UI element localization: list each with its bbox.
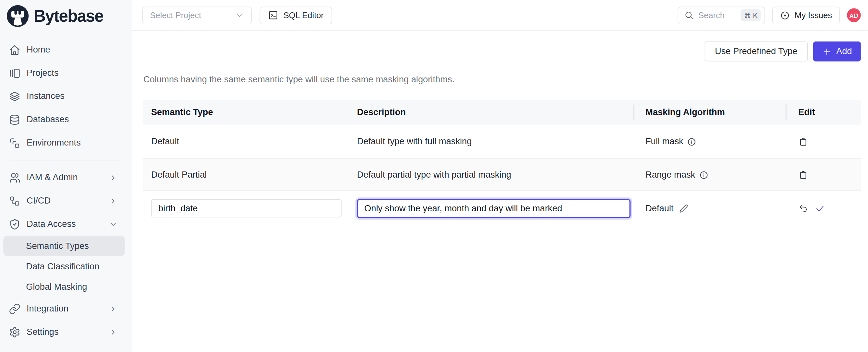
delete-button[interactable] (798, 136, 808, 147)
semantic-type-cell: Default (143, 136, 349, 147)
project-select-placeholder: Select Project (150, 10, 201, 20)
sidebar-item-label: CI/CD (27, 196, 51, 206)
sidebar-item-label: Projects (27, 68, 59, 78)
bytebase-logo[interactable]: Bytebase (0, 0, 132, 32)
masking-algorithm-label: Full mask (646, 136, 683, 147)
description-cell: Default partial type with partial maskin… (349, 169, 634, 180)
check-icon (815, 203, 825, 213)
sidebar-item-cicd[interactable]: CI/CD (3, 189, 125, 213)
undo-icon (798, 203, 808, 213)
users-icon (9, 172, 21, 184)
semantic-types-page: Use Predefined Type Add Columns having t… (132, 31, 868, 352)
layers-icon (9, 90, 21, 102)
sidebar-item-label: Databases (27, 115, 69, 125)
sidebar-item-data-classification[interactable]: Data Classification (3, 256, 125, 277)
semantic-type-input[interactable] (151, 199, 342, 217)
description-cell (349, 199, 634, 218)
search-input[interactable]: Search ⌘ K (678, 6, 766, 24)
chevron-right-icon (108, 304, 118, 313)
bytebase-app: Bytebase Home Projects Instances Databas… (0, 0, 868, 352)
sidebar-item-home[interactable]: Home (3, 38, 125, 62)
chevron-right-icon (108, 196, 118, 205)
use-predefined-type-button[interactable]: Use Predefined Type (705, 41, 807, 61)
topbar-right: Search ⌘ K My Issues AD (678, 6, 861, 24)
gear-icon (9, 326, 21, 338)
description-cell: Default type with full masking (349, 136, 634, 147)
page-description: Columns having the same semantic type wi… (143, 74, 861, 85)
sidebar-item-global-masking[interactable]: Global Masking (3, 277, 125, 297)
search-icon (684, 10, 694, 20)
plus-icon (822, 47, 831, 56)
trash-icon (798, 169, 808, 180)
sidebar-item-label: Instances (27, 91, 65, 101)
masking-algorithm-cell: Full mask (634, 136, 786, 147)
column-header-semantic-type: Semantic Type (143, 100, 349, 124)
sidebar-item-label: Environments (27, 138, 81, 148)
trash-icon (798, 136, 808, 147)
target-icon (780, 10, 790, 21)
my-issues-label: My Issues (795, 10, 832, 20)
topbar: Select Project SQL Editor Search ⌘ K My … (132, 0, 868, 31)
sidebar-item-label: IAM & Admin (27, 172, 78, 183)
sidebar-item-label: Settings (27, 327, 59, 337)
edit-cell (786, 169, 861, 180)
masking-algorithm-label: Range mask (646, 169, 695, 180)
table-row: Default Partial Default partial type wit… (143, 159, 861, 191)
sql-editor-label: SQL Editor (283, 10, 324, 20)
semantic-type-cell: Default Partial (143, 169, 349, 180)
sidebar-item-label: Home (27, 45, 50, 55)
sidebar-nav: Home Projects Instances Databases Enviro… (0, 32, 132, 344)
database-icon (9, 114, 21, 125)
avatar[interactable]: AD (847, 8, 861, 22)
chevron-down-icon (108, 219, 118, 229)
edit-cell (786, 136, 861, 147)
sql-editor-button[interactable]: SQL Editor (259, 6, 332, 24)
edit-algorithm-button[interactable] (679, 204, 688, 213)
sidebar-item-projects[interactable]: Projects (3, 61, 125, 85)
column-header-masking-algorithm: Masking Algorithm (634, 100, 786, 124)
confirm-button[interactable] (815, 203, 825, 213)
sidebar-item-databases[interactable]: Databases (3, 108, 125, 131)
semantic-type-cell (143, 199, 349, 217)
chevron-right-icon (108, 173, 118, 182)
table-header-row: Semantic Type Description Masking Algori… (143, 100, 861, 125)
column-header-description: Description (349, 100, 634, 124)
add-button-label: Add (836, 46, 852, 56)
workflow-icon (9, 137, 21, 149)
undo-button[interactable] (798, 203, 808, 213)
sidebar-item-data-access[interactable]: Data Access (3, 212, 125, 236)
masking-algorithm-cell: Default (634, 203, 786, 213)
sidebar-item-environments[interactable]: Environments (3, 131, 125, 154)
pencil-icon (679, 204, 688, 213)
description-input[interactable] (357, 199, 630, 218)
app-title: Bytebase (34, 6, 103, 25)
sidebar-divider (9, 160, 119, 160)
home-icon (9, 44, 21, 56)
sidebar-item-settings[interactable]: Settings (3, 320, 125, 344)
sidebar-item-label: Data Classification (26, 261, 99, 271)
sidebar-item-semantic-types[interactable]: Semantic Types (3, 236, 125, 256)
edit-cell (786, 203, 861, 213)
info-icon[interactable] (687, 137, 697, 147)
bytebase-logo-icon (5, 4, 30, 28)
table-row-editing: Default (143, 191, 861, 226)
terminal-icon (268, 10, 278, 21)
masking-algorithm-cell: Range mask (634, 169, 786, 180)
search-placeholder: Search (699, 10, 725, 20)
my-issues-button[interactable]: My Issues (773, 6, 840, 24)
topbar-left: Select Project SQL Editor (143, 6, 332, 24)
info-icon[interactable] (699, 170, 708, 180)
semantic-types-table: Semantic Type Description Masking Algori… (143, 100, 861, 226)
add-button[interactable]: Add (813, 41, 861, 61)
sidebar-item-integration[interactable]: Integration (3, 297, 125, 320)
panels-icon (9, 67, 21, 79)
search-shortcut-badge: ⌘ K (741, 9, 761, 21)
sidebar-item-iam-admin[interactable]: IAM & Admin (3, 166, 125, 189)
sidebar-item-instances[interactable]: Instances (3, 85, 125, 108)
project-select[interactable]: Select Project (143, 6, 252, 24)
delete-button[interactable] (798, 169, 808, 180)
sidebar-item-label: Global Masking (26, 282, 87, 292)
sidebar-item-label: Semantic Types (26, 241, 89, 251)
column-header-edit: Edit (786, 100, 861, 124)
main-column: Select Project SQL Editor Search ⌘ K My … (132, 0, 868, 352)
